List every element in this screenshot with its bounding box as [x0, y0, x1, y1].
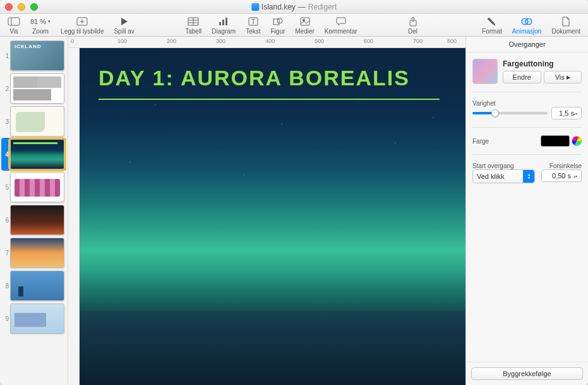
inspector-header: Overganger: [466, 37, 588, 52]
duration-label: Varighet: [472, 100, 582, 107]
color-picker-icon[interactable]: [572, 136, 582, 146]
slide-title-text[interactable]: DAY 1: AURORA BOREALIS: [99, 66, 410, 90]
app-window: Island.key — Redigert Vis 81 %▾ Zoom Leg…: [0, 0, 588, 385]
content-area: 1 2 3 4 5 6 7 8 9 0 100 200 300 400 500 …: [0, 37, 588, 385]
window-controls: [5, 3, 38, 11]
text-button[interactable]: T Tekst: [241, 14, 265, 36]
slide-thumb-6[interactable]: 6: [1, 204, 66, 236]
close-window-button[interactable]: [5, 3, 13, 11]
canvas-area: 0 100 200 300 400 500 600 700 800 DAY 1:…: [68, 37, 465, 385]
format-button[interactable]: Format: [477, 14, 507, 36]
document-button[interactable]: Dokument: [546, 14, 585, 36]
change-transition-button[interactable]: Endre: [503, 71, 541, 83]
current-slide[interactable]: DAY 1: AURORA BOREALIS: [80, 48, 465, 385]
svg-rect-15: [273, 19, 279, 25]
comment-button[interactable]: Kommentar: [320, 14, 363, 36]
toolbar: Vis 81 %▾ Zoom Legg til lysbilde Spill a…: [0, 14, 588, 37]
preview-transition-button[interactable]: Vis▶: [544, 71, 582, 83]
slide-thumb-1[interactable]: 1: [1, 39, 66, 72]
media-button[interactable]: Medier: [290, 14, 320, 36]
svg-rect-10: [219, 22, 221, 25]
slide-thumb-4[interactable]: 4: [1, 138, 66, 171]
horizontal-ruler: 0 100 200 300 400 500 600 700 800: [68, 37, 465, 48]
slide-thumb-3[interactable]: 3: [1, 105, 66, 138]
start-transition-select[interactable]: Ved klikk ▴▾: [472, 169, 535, 183]
color-label: Farge: [472, 138, 489, 145]
delay-label: Forsinkelse: [541, 162, 582, 169]
separator: —: [298, 3, 306, 11]
svg-rect-11: [222, 20, 224, 25]
svg-rect-0: [8, 18, 20, 25]
start-transition-label: Start overgang: [472, 162, 535, 169]
svg-point-18: [303, 19, 304, 21]
slide-canvas[interactable]: DAY 1: AURORA BOREALIS: [80, 48, 465, 385]
share-button[interactable]: Del: [403, 14, 423, 36]
lake-reflection: [80, 311, 465, 385]
color-well[interactable]: [541, 135, 570, 147]
slide-navigator[interactable]: 1 2 3 4 5 6 7 8 9: [0, 37, 68, 385]
view-button[interactable]: Vis: [3, 14, 25, 36]
table-button[interactable]: Tabell: [180, 14, 207, 36]
svg-point-22: [525, 18, 532, 25]
slide-thumb-9[interactable]: 9: [1, 302, 66, 335]
duration-slider[interactable]: [472, 112, 548, 114]
build-order-button[interactable]: Byggrekkefølge: [471, 367, 583, 380]
zoom-dropdown[interactable]: 81 %▾ Zoom: [25, 14, 56, 36]
slide-thumb-2[interactable]: 2: [1, 72, 66, 105]
slide-thumb-5[interactable]: 5: [1, 171, 66, 204]
transition-preview-swatch[interactable]: [472, 59, 498, 84]
document-title: Island.key — Redigert: [251, 3, 337, 11]
animate-button[interactable]: Animasjon: [507, 14, 547, 36]
svg-rect-17: [301, 18, 309, 25]
inspector-panel: Overganger Fargeuttoning Endre Vis▶ Vari…: [465, 37, 588, 385]
svg-point-16: [277, 18, 282, 23]
svg-text:T: T: [251, 18, 255, 25]
duration-stepper[interactable]: 1,5 s▴▾: [551, 107, 582, 119]
slide-thumb-8[interactable]: 8: [1, 269, 66, 302]
chart-button[interactable]: Diagram: [207, 14, 241, 36]
slide-thumb-7[interactable]: 7: [1, 236, 66, 269]
svg-marker-5: [121, 18, 128, 25]
minimize-window-button[interactable]: [18, 3, 25, 11]
edited-status: Redigert: [308, 3, 337, 11]
play-button[interactable]: Spill av: [109, 14, 139, 36]
filename: Island.key: [261, 3, 296, 11]
zoom-window-button[interactable]: [30, 3, 38, 11]
transition-name: Fargeuttoning: [503, 59, 582, 68]
shape-button[interactable]: Figur: [265, 14, 290, 36]
title-underline: [99, 99, 440, 100]
delay-stepper[interactable]: 0,50 s▴▾: [541, 169, 582, 182]
titlebar: Island.key — Redigert: [0, 0, 588, 14]
svg-rect-12: [225, 18, 227, 25]
document-icon: [251, 3, 259, 11]
vertical-ruler: [68, 48, 80, 385]
add-slide-button[interactable]: Legg til lysbilde: [56, 14, 109, 36]
